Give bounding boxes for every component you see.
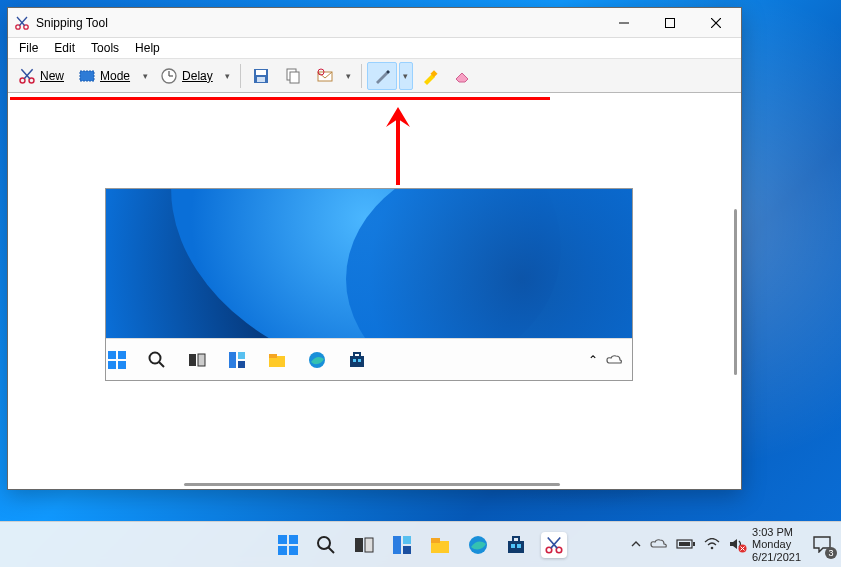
- mode-dropdown[interactable]: ▾: [138, 62, 152, 90]
- svg-rect-23: [118, 361, 126, 369]
- menu-tools[interactable]: Tools: [84, 39, 126, 57]
- svg-rect-40: [278, 546, 287, 555]
- svg-rect-60: [679, 542, 690, 546]
- start-icon: [106, 349, 128, 371]
- wifi-icon[interactable]: [704, 538, 720, 550]
- pen-button[interactable]: [367, 62, 397, 90]
- chevron-down-icon: ▾: [346, 71, 351, 81]
- vertical-scrollbar[interactable]: [734, 209, 737, 375]
- delay-dropdown[interactable]: ▾: [221, 62, 235, 90]
- toolbar-divider: [361, 64, 362, 88]
- svg-rect-44: [355, 538, 363, 552]
- svg-rect-29: [238, 352, 245, 359]
- titlebar: Snipping Tool: [8, 8, 741, 38]
- new-label: New: [40, 69, 64, 83]
- svg-point-24: [150, 352, 161, 363]
- mail-icon: [316, 67, 334, 85]
- edge-icon[interactable]: [465, 532, 491, 558]
- taskbar-center: [275, 532, 567, 558]
- chevron-down-icon: ▾: [143, 71, 148, 81]
- new-button[interactable]: New: [12, 62, 70, 90]
- minimize-button[interactable]: [601, 8, 647, 38]
- svg-rect-8: [80, 71, 94, 81]
- start-icon[interactable]: [275, 532, 301, 558]
- chevron-down-icon: ▾: [403, 71, 408, 81]
- svg-rect-21: [118, 351, 126, 359]
- horizontal-scrollbar[interactable]: [184, 483, 560, 486]
- taskview-icon[interactable]: [351, 532, 377, 558]
- menu-edit[interactable]: Edit: [47, 39, 82, 57]
- delay-button[interactable]: Delay: [154, 62, 219, 90]
- svg-rect-55: [517, 544, 521, 548]
- save-button[interactable]: [246, 62, 276, 90]
- menubar: File Edit Tools Help: [8, 38, 741, 59]
- delay-label: Delay: [182, 69, 213, 83]
- widgets-icon[interactable]: [389, 532, 415, 558]
- menu-file[interactable]: File: [12, 39, 45, 57]
- send-dropdown[interactable]: ▾: [342, 62, 356, 90]
- snip-wallpaper: [106, 189, 632, 338]
- snip-taskbar-center: [106, 349, 368, 371]
- svg-rect-22: [108, 361, 116, 369]
- explorer-icon[interactable]: [427, 532, 453, 558]
- svg-rect-53: [513, 537, 519, 542]
- eraser-button[interactable]: [447, 62, 477, 90]
- svg-rect-16: [290, 72, 299, 83]
- svg-rect-38: [278, 535, 287, 544]
- volume-icon[interactable]: [728, 537, 744, 551]
- menu-help[interactable]: Help: [128, 39, 167, 57]
- notification-center-icon[interactable]: 3: [809, 531, 835, 557]
- chevron-up-icon: ⌃: [588, 353, 598, 367]
- highlighter-button[interactable]: [415, 62, 445, 90]
- svg-rect-54: [511, 544, 515, 548]
- svg-rect-47: [403, 536, 411, 544]
- copy-button[interactable]: [278, 62, 308, 90]
- floppy-icon: [252, 67, 270, 85]
- scissors-icon: [14, 15, 30, 31]
- taskbar-clock[interactable]: 3:03 PM Monday 6/21/2021: [752, 526, 801, 564]
- notification-count: 3: [825, 547, 837, 559]
- pen-dropdown[interactable]: ▾: [399, 62, 413, 90]
- snipping-tool-window: Snipping Tool File Edit Tools Help New M…: [7, 7, 742, 490]
- mode-button[interactable]: Mode: [72, 62, 136, 90]
- chevron-down-icon: ▾: [225, 71, 230, 81]
- annotation-red-line: [10, 97, 550, 100]
- store-icon[interactable]: [503, 532, 529, 558]
- svg-rect-39: [289, 535, 298, 544]
- system-tray: 3:03 PM Monday 6/21/2021 3: [630, 526, 841, 564]
- svg-rect-48: [403, 546, 411, 554]
- send-button[interactable]: [310, 62, 340, 90]
- maximize-button[interactable]: [647, 8, 693, 38]
- battery-icon[interactable]: [676, 538, 696, 550]
- svg-rect-13: [256, 70, 266, 75]
- svg-rect-50: [431, 538, 440, 543]
- toolbar: New Mode ▾ Delay ▾: [8, 59, 741, 93]
- annotation-red-arrow: [378, 105, 418, 190]
- svg-rect-27: [198, 354, 205, 366]
- scissors-icon: [18, 67, 36, 85]
- snippingtool-app-icon[interactable]: [541, 532, 567, 558]
- clock-time: 3:03 PM: [752, 526, 801, 539]
- window-title: Snipping Tool: [36, 16, 601, 30]
- svg-rect-36: [353, 359, 356, 362]
- search-icon[interactable]: [313, 532, 339, 558]
- snip-taskbar: ⌃: [106, 338, 632, 380]
- svg-rect-20: [108, 351, 116, 359]
- edge-icon: [306, 349, 328, 371]
- svg-rect-45: [365, 538, 373, 552]
- toolbar-divider: [240, 64, 241, 88]
- onedrive-icon[interactable]: [650, 538, 668, 550]
- svg-rect-14: [257, 77, 265, 82]
- pen-icon: [373, 67, 391, 85]
- svg-rect-30: [238, 361, 245, 368]
- svg-rect-3: [666, 18, 675, 27]
- widgets-icon: [226, 349, 248, 371]
- svg-rect-26: [189, 354, 196, 366]
- chevron-up-icon[interactable]: [630, 538, 642, 550]
- onedrive-icon: [606, 354, 622, 366]
- eraser-icon: [453, 67, 471, 85]
- search-icon: [146, 349, 168, 371]
- snip-canvas[interactable]: ⌃: [8, 93, 741, 489]
- svg-point-61: [711, 547, 714, 550]
- close-button[interactable]: [693, 8, 739, 38]
